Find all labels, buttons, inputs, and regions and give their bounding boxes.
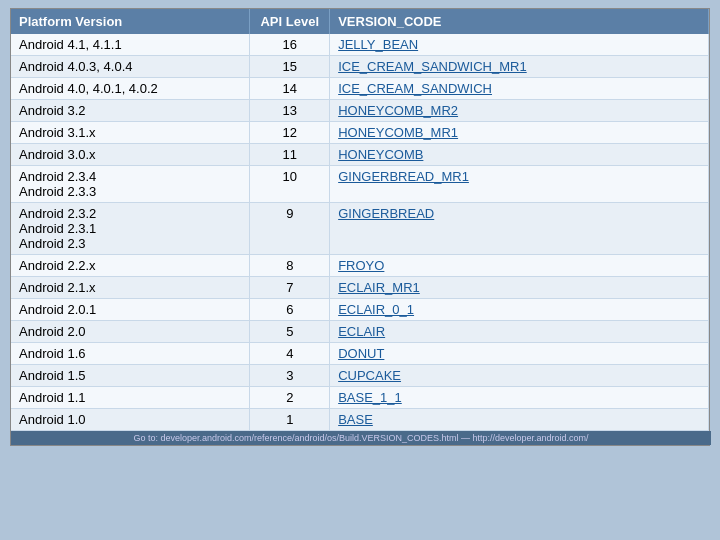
platform-text: Android 2.1.x xyxy=(19,280,96,295)
cell-api: 8 xyxy=(250,255,330,277)
cell-api: 3 xyxy=(250,365,330,387)
table-row: Android 2.3.4Android 2.3.310GINGERBREAD_… xyxy=(11,166,709,203)
version-code-link[interactable]: HONEYCOMB xyxy=(338,147,423,162)
table-row: Android 2.2.x8FROYO xyxy=(11,255,709,277)
version-code-link[interactable]: HONEYCOMB_MR2 xyxy=(338,103,458,118)
cell-version: JELLY_BEAN xyxy=(330,34,709,56)
table-header-row: Platform Version API Level VERSION_CODE xyxy=(11,9,709,34)
cell-version: BASE_1_1 xyxy=(330,387,709,409)
cell-platform: Android 2.1.x xyxy=(11,277,250,299)
platform-text: Android 3.0.x xyxy=(19,147,96,162)
platform-text: Android 3.1.x xyxy=(19,125,96,140)
table-row: Android 2.05ECLAIR xyxy=(11,321,709,343)
cell-api: 16 xyxy=(250,34,330,56)
table-row: Android 1.01BASE xyxy=(11,409,709,431)
table-row: Android 4.0.3, 4.0.415ICE_CREAM_SANDWICH… xyxy=(11,56,709,78)
table-row: Android 3.1.x12HONEYCOMB_MR1 xyxy=(11,122,709,144)
cell-version: FROYO xyxy=(330,255,709,277)
cell-api: 9 xyxy=(250,203,330,255)
cell-api: 15 xyxy=(250,56,330,78)
cell-api: 10 xyxy=(250,166,330,203)
table-row: Android 1.64DONUT xyxy=(11,343,709,365)
cell-api: 5 xyxy=(250,321,330,343)
platform-text: Android 2.0.1 xyxy=(19,302,96,317)
cell-platform: Android 2.0 xyxy=(11,321,250,343)
cell-platform: Android 3.1.x xyxy=(11,122,250,144)
cell-version: GINGERBREAD xyxy=(330,203,709,255)
table-row: Android 3.213HONEYCOMB_MR2 xyxy=(11,100,709,122)
android-version-table: Platform Version API Level VERSION_CODE … xyxy=(11,9,709,431)
cell-api: 7 xyxy=(250,277,330,299)
cell-platform: Android 4.0, 4.0.1, 4.0.2 xyxy=(11,78,250,100)
version-code-link[interactable]: JELLY_BEAN xyxy=(338,37,418,52)
cell-api: 11 xyxy=(250,144,330,166)
cell-version: ECLAIR xyxy=(330,321,709,343)
platform-text: Android 2.2.x xyxy=(19,258,96,273)
cell-version: ICE_CREAM_SANDWICH_MR1 xyxy=(330,56,709,78)
header-api: API Level xyxy=(250,9,330,34)
header-platform: Platform Version xyxy=(11,9,250,34)
cell-version: ECLAIR_0_1 xyxy=(330,299,709,321)
cell-version: GINGERBREAD_MR1 xyxy=(330,166,709,203)
cell-api: 14 xyxy=(250,78,330,100)
cell-platform: Android 4.0.3, 4.0.4 xyxy=(11,56,250,78)
version-code-link[interactable]: GINGERBREAD_MR1 xyxy=(338,169,469,184)
version-code-link[interactable]: BASE xyxy=(338,412,373,427)
platform-text: Android 4.0, 4.0.1, 4.0.2 xyxy=(19,81,158,96)
version-code-link[interactable]: FROYO xyxy=(338,258,384,273)
table-row: Android 2.1.x7ECLAIR_MR1 xyxy=(11,277,709,299)
version-code-link[interactable]: DONUT xyxy=(338,346,384,361)
cell-platform: Android 2.2.x xyxy=(11,255,250,277)
cell-platform: Android 2.0.1 xyxy=(11,299,250,321)
version-code-link[interactable]: ICE_CREAM_SANDWICH xyxy=(338,81,492,96)
footer-bar: Go to: developer.android.com/reference/a… xyxy=(11,431,711,445)
cell-api: 12 xyxy=(250,122,330,144)
table-row: Android 1.53CUPCAKE xyxy=(11,365,709,387)
platform-text: Android 1.1 xyxy=(19,390,86,405)
cell-platform: Android 3.2 xyxy=(11,100,250,122)
table-row: Android 2.0.16ECLAIR_0_1 xyxy=(11,299,709,321)
platform-text: Android 2.0 xyxy=(19,324,86,339)
platform-text: Android 1.5 xyxy=(19,368,86,383)
cell-platform: Android 2.3.2Android 2.3.1Android 2.3 xyxy=(11,203,250,255)
version-code-link[interactable]: BASE_1_1 xyxy=(338,390,402,405)
version-code-link[interactable]: HONEYCOMB_MR1 xyxy=(338,125,458,140)
cell-platform: Android 3.0.x xyxy=(11,144,250,166)
version-code-link[interactable]: ECLAIR_MR1 xyxy=(338,280,420,295)
version-code-link[interactable]: ICE_CREAM_SANDWICH_MR1 xyxy=(338,59,527,74)
platform-text: Android 4.1, 4.1.1 xyxy=(19,37,122,52)
platform-text: Android 2.3.4 xyxy=(19,169,96,184)
platform-text: Android 2.3.1 xyxy=(19,221,96,236)
table-row: Android 1.12BASE_1_1 xyxy=(11,387,709,409)
cell-version: DONUT xyxy=(330,343,709,365)
cell-version: HONEYCOMB_MR2 xyxy=(330,100,709,122)
cell-version: CUPCAKE xyxy=(330,365,709,387)
version-code-link[interactable]: GINGERBREAD xyxy=(338,206,434,221)
platform-text: Android 3.2 xyxy=(19,103,86,118)
cell-api: 6 xyxy=(250,299,330,321)
cell-platform: Android 2.3.4Android 2.3.3 xyxy=(11,166,250,203)
table-container: Platform Version API Level VERSION_CODE … xyxy=(10,8,710,446)
table-row: Android 2.3.2Android 2.3.1Android 2.39GI… xyxy=(11,203,709,255)
cell-version: BASE xyxy=(330,409,709,431)
cell-api: 2 xyxy=(250,387,330,409)
cell-platform: Android 1.1 xyxy=(11,387,250,409)
cell-version: HONEYCOMB_MR1 xyxy=(330,122,709,144)
platform-text: Android 1.6 xyxy=(19,346,86,361)
platform-text: Android 2.3.2 xyxy=(19,206,96,221)
table-row: Android 4.0, 4.0.1, 4.0.214ICE_CREAM_SAN… xyxy=(11,78,709,100)
table-row: Android 3.0.x11HONEYCOMB xyxy=(11,144,709,166)
table-row: Android 4.1, 4.1.116JELLY_BEAN xyxy=(11,34,709,56)
cell-api: 1 xyxy=(250,409,330,431)
cell-platform: Android 1.6 xyxy=(11,343,250,365)
cell-version: HONEYCOMB xyxy=(330,144,709,166)
cell-version: ICE_CREAM_SANDWICH xyxy=(330,78,709,100)
version-code-link[interactable]: ECLAIR xyxy=(338,324,385,339)
platform-text: Android 2.3.3 xyxy=(19,184,96,199)
version-code-link[interactable]: ECLAIR_0_1 xyxy=(338,302,414,317)
version-code-link[interactable]: CUPCAKE xyxy=(338,368,401,383)
cell-version: ECLAIR_MR1 xyxy=(330,277,709,299)
platform-text: Android 2.3 xyxy=(19,236,86,251)
platform-text: Android 4.0.3, 4.0.4 xyxy=(19,59,132,74)
cell-platform: Android 1.5 xyxy=(11,365,250,387)
